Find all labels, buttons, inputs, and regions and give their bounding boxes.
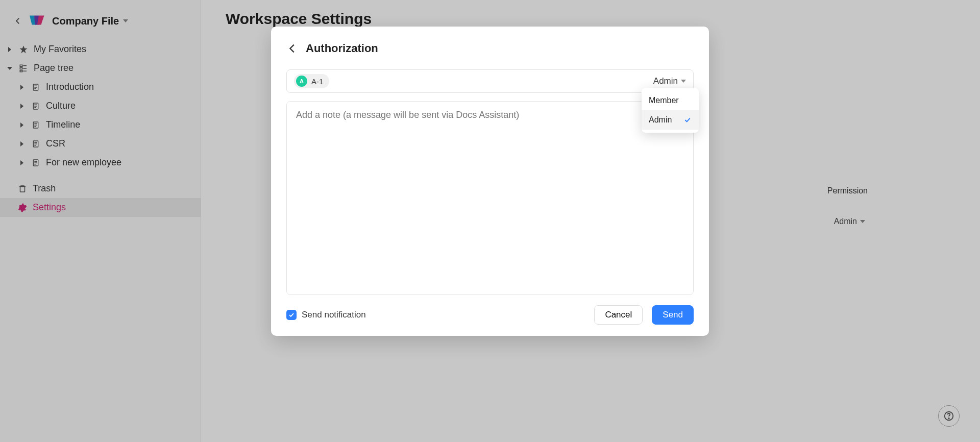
- recipient-chip-label: A-1: [311, 77, 323, 86]
- recipient-chip[interactable]: A A-1: [294, 74, 329, 88]
- role-popover: Member Admin: [642, 88, 699, 133]
- cancel-button[interactable]: Cancel: [594, 305, 643, 325]
- send-notification-checkbox[interactable]: Send notification: [286, 310, 366, 320]
- avatar: A: [296, 76, 307, 87]
- send-notification-label: Send notification: [302, 310, 366, 320]
- checkbox-checked-icon: [286, 310, 297, 320]
- recipient-row: A A-1 Admin: [286, 69, 694, 93]
- modal-title: Authorization: [306, 42, 378, 55]
- role-select-label: Admin: [653, 76, 678, 86]
- role-option-member[interactable]: Member: [642, 91, 699, 110]
- modal-footer: Send notification Cancel Send: [286, 305, 694, 325]
- role-option-label: Admin: [649, 115, 672, 125]
- role-select[interactable]: Admin: [653, 76, 686, 86]
- caret-down-icon: [681, 79, 686, 84]
- role-option-admin[interactable]: Admin: [642, 110, 699, 130]
- modal-back-button[interactable]: [286, 42, 299, 55]
- modal-header: Authorization: [286, 42, 694, 55]
- check-icon: [683, 116, 692, 124]
- modal-scrim[interactable]: Authorization A A-1 Admin Send notificat…: [0, 0, 980, 442]
- footer-buttons: Cancel Send: [594, 305, 694, 325]
- svg-marker-42: [681, 80, 686, 83]
- role-option-label: Member: [649, 96, 679, 105]
- authorization-modal: Authorization A A-1 Admin Send notificat…: [271, 27, 709, 336]
- send-button[interactable]: Send: [652, 305, 694, 325]
- note-textarea[interactable]: [286, 101, 694, 295]
